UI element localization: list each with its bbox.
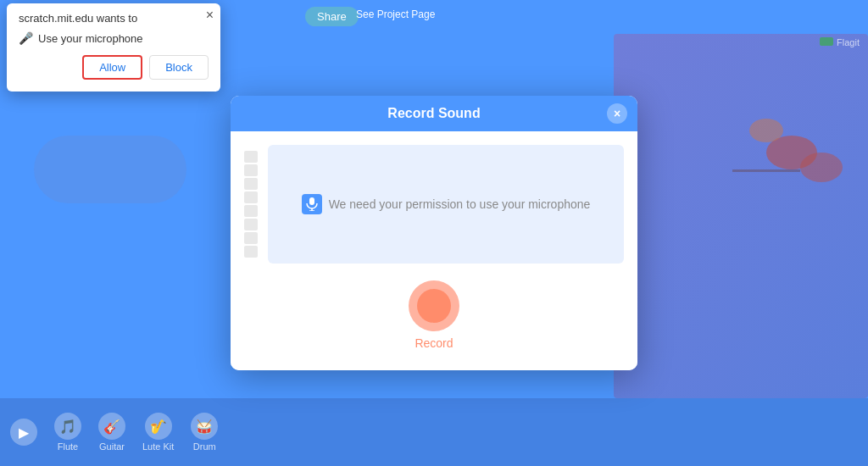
- modal-close-button[interactable]: ×: [607, 103, 627, 124]
- record-label: Record: [415, 336, 453, 350]
- popup-mic-icon: 🎤: [19, 31, 33, 45]
- mic-permission-icon: [302, 194, 322, 214]
- level-bar-1: [244, 151, 258, 163]
- modal-title: Record Sound: [387, 106, 480, 121]
- record-section: Record: [244, 280, 624, 357]
- permission-popup: × scratch.mit.edu wants to 🎤 Use your mi…: [7, 3, 220, 92]
- level-bar-8: [244, 246, 258, 258]
- modal-header: Record Sound ×: [231, 96, 637, 131]
- popup-buttons: Allow Block: [19, 55, 209, 80]
- level-meter: [244, 145, 261, 264]
- record-button-inner: [417, 289, 451, 323]
- record-sound-modal: Record Sound ×: [231, 96, 637, 370]
- level-bar-4: [244, 191, 258, 203]
- block-button[interactable]: Block: [149, 55, 209, 80]
- level-bar-2: [244, 164, 258, 176]
- level-bar-3: [244, 178, 258, 190]
- svg-rect-0: [309, 197, 314, 205]
- record-button[interactable]: [409, 280, 459, 331]
- level-bar-6: [244, 219, 258, 230]
- waveform-display: We need your permission to use your micr…: [268, 145, 624, 264]
- popup-title: scratch.mit.edu wants to: [19, 12, 209, 25]
- modal-body: We need your permission to use your micr…: [231, 131, 637, 370]
- waveform-area: We need your permission to use your micr…: [244, 145, 624, 264]
- popup-mic-row: 🎤 Use your microphone: [19, 31, 209, 45]
- popup-close-button[interactable]: ×: [206, 8, 214, 22]
- level-bar-7: [244, 232, 258, 244]
- allow-button[interactable]: Allow: [82, 55, 142, 80]
- popup-mic-text: Use your microphone: [38, 32, 143, 45]
- level-bar-5: [244, 205, 258, 217]
- permission-text: We need your permission to use your micr…: [329, 197, 591, 211]
